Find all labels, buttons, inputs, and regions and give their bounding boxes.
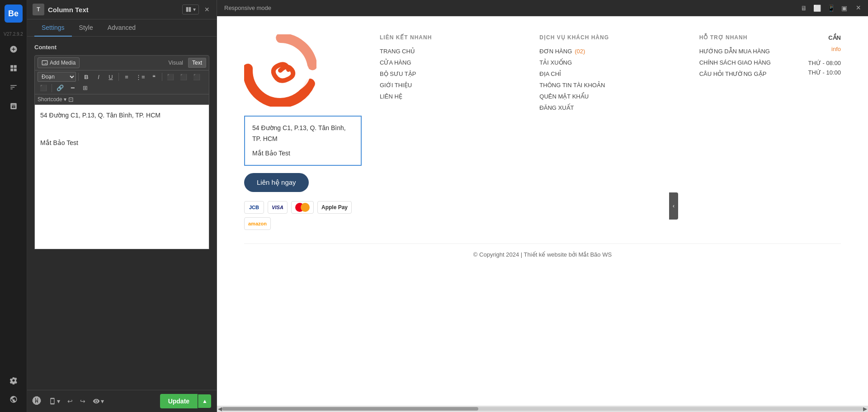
panel-bottom-bar: 🅦 ▾ ↩ ↪ ▾ Update ▲ [27,390,217,412]
desktop-icon[interactable]: 🖥 [799,3,808,13]
globe-icon[interactable] [5,391,22,407]
address-line-4: Mắt Bảo Test [252,148,354,159]
align-right-button[interactable]: ⬛ [191,72,203,82]
table-button[interactable]: ⊞ [80,83,90,93]
footer-link-shipping[interactable]: CHÍNH SÁCH GIAO HÀNG [699,59,771,66]
editor-mode-buttons: Visual Text [165,58,206,68]
footer-right-columns: LIÊN KẾT NHANH TRANG CHỦ CỬA HÀNG BỘ SƯU… [380,34,841,230]
footer-link-about[interactable]: GIỚI THIỆU [380,82,521,89]
hours-2: THỨ - 10:00 [787,69,841,76]
settings-icon[interactable] [5,372,22,389]
add-media-button[interactable]: Add Media [38,57,80,68]
horizontal-rule-button[interactable]: ━ [67,83,78,93]
footer-link-account[interactable]: THÔNG TIN TÀI KHOẢN [539,82,681,89]
top-bar-icons: 🖥 ⬜ 📱 ▣ × [799,3,861,13]
footer-link-address[interactable]: ĐỊA CHỈ [539,70,681,77]
bold-button[interactable]: B [81,72,92,82]
tablet-icon[interactable]: ⬜ [812,3,822,13]
undo-button[interactable]: ↩ [66,396,75,407]
column-text-icon: T [33,4,44,15]
align-justify-button[interactable]: ⬛ [38,83,49,93]
footer-link-logout[interactable]: ĐĂNG XUẤT [539,104,681,111]
be-logo[interactable]: Be [5,5,23,23]
footer-link-forgot-password[interactable]: QUÊN MẬT KHẨU [539,93,681,100]
add-media-label: Add Media [50,60,75,66]
main-area: Responsive mode 🖥 ⬜ 📱 ▣ × [217,0,868,412]
blockquote-button[interactable]: ❝ [149,72,160,82]
unordered-list-button[interactable]: ≡ [121,72,132,82]
shortcode-button[interactable]: Shortcode ▾ [38,96,66,103]
responsive-button[interactable]: ▾ [47,396,62,407]
ordered-list-button[interactable]: ⋮≡ [133,72,147,82]
payment-amazon: amazon [244,217,271,230]
scroll-thumb [222,407,478,411]
underline-button[interactable]: U [105,72,116,82]
update-button-group: Update ▲ [160,394,211,408]
wordpress-icon[interactable]: 🅦 [33,396,42,407]
tab-style[interactable]: Style [72,19,100,37]
footer-support-col: HỖ TRỢ NHANH HƯỚNG DẪN MUA HÀNG CHÍNH SÁ… [699,34,841,230]
version-badge: V27.2.9.2 [4,30,23,38]
footer-link-download[interactable]: TẢI XUỐNG [539,59,681,66]
left-icon-bar: Be V27.2.9.2 [0,0,27,412]
address-box: 54 Đường C1, P.13, Q. Tân Bình, TP. HCM … [244,116,362,166]
scroll-bar[interactable]: ◀ ▶ [217,406,868,412]
support-title: HỖ TRỢ NHANH [699,34,771,41]
divider-1 [78,73,79,81]
blocks-icon[interactable] [5,98,22,114]
quick-links-title: LIÊN KẾT NHANH [380,34,521,41]
footer-link-buy-guide[interactable]: HƯỚNG DẪN MUA HÀNG [699,48,771,55]
redo-button[interactable]: ↪ [78,396,87,407]
tab-advanced[interactable]: Advanced [100,19,143,37]
svg-rect-0 [186,7,189,12]
footer-content: 54 Đường C1, P.13, Q. Tân Bình, TP. HCM … [217,16,868,406]
shortcode-arrow: ▾ [64,96,66,103]
link-button[interactable]: 🔗 [54,83,66,93]
mobile-icon[interactable]: 📱 [826,3,836,13]
update-button[interactable]: Update [160,394,198,408]
editor-line-3: Mắt Bảo Test [40,138,203,148]
shortcode-icon-button[interactable]: ⊡ [68,96,74,103]
support-header-row: HỖ TRỢ NHANH HƯỚNG DẪN MUA HÀNG CHÍNH SÁ… [699,34,841,82]
contact-button[interactable]: Liên hệ ngay [244,173,309,192]
small-mobile-icon[interactable]: ▣ [840,3,849,13]
footer-link-contact[interactable]: LIÊN HỆ [380,93,521,100]
align-left-button[interactable]: ⬛ [165,72,176,82]
add-element-icon[interactable] [5,41,22,57]
panel-close-button[interactable]: × [203,5,211,14]
italic-button[interactable]: I [93,72,104,82]
divider-4 [52,84,52,92]
panel-title: Column Text [48,6,179,14]
top-close-button[interactable]: × [856,3,861,13]
responsive-mode-label: Responsive mode [224,5,271,11]
preview-button[interactable]: ▾ [91,396,106,407]
footer-link-collection[interactable]: BỘ SƯU TẬP [380,70,521,77]
footer-link-faq[interactable]: CÂU HỎI THƯỜNG GẶP [699,70,771,77]
dashboard-icon[interactable] [5,60,22,76]
text-editor-area[interactable]: 54 Đường C1, P.13, Q. Tân Bình, TP. HCM … [34,105,209,249]
footer-link-store[interactable]: CỬA HÀNG [380,59,521,66]
panel-header: T Column Text ▾ × [27,0,217,19]
panel-collapse-arrow[interactable]: ‹ [669,192,678,220]
sort-icon[interactable] [5,79,22,95]
footer-link-home[interactable]: TRANG CHỦ [380,48,521,55]
panel-layout-button[interactable]: ▾ [182,5,199,14]
text-mode-button[interactable]: Text [188,58,206,68]
footer-quick-links-col: LIÊN KẾT NHANH TRANG CHỦ CỬA HÀNG BỘ SƯU… [380,34,521,230]
svg-rect-1 [189,7,191,12]
update-dropdown-button[interactable]: ▲ [198,394,211,408]
order-badge: (02) [575,48,585,55]
visual-mode-button[interactable]: Visual [165,58,187,68]
tab-settings[interactable]: Settings [34,19,72,37]
payment-mastercard [291,201,314,214]
copyright-text: © Copyright 2024 | Thiết kế website bởi … [473,251,612,258]
scroll-left-button[interactable]: ◀ [218,406,222,412]
scroll-right-button[interactable]: ▶ [863,406,867,412]
align-center-button[interactable]: ⬛ [178,72,189,82]
payment-icons: JCB VISA Apple Pay amazon [244,201,362,230]
content-section-label: Content [34,44,209,51]
footer-customer-service-col: DỊCH VỤ KHÁCH HÀNG ĐƠN HÀNG (02) TẢI XUỐ… [539,34,681,230]
footer-link-orders[interactable]: ĐƠN HÀNG [539,48,572,55]
paragraph-select[interactable]: Đoạn Heading 1 Heading 2 [38,72,76,82]
editor-toolbar-row1: Add Media Visual Text [34,55,209,70]
